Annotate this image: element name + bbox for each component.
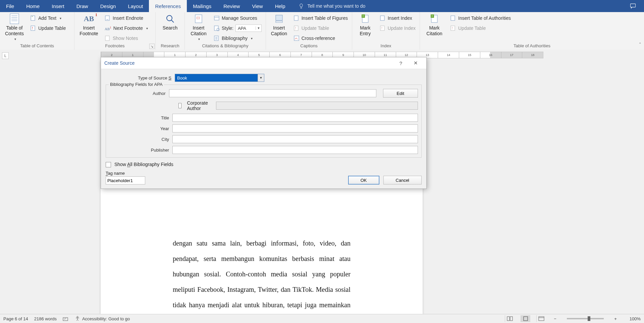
table-of-contents-button[interactable]: Table of Contents <box>3 13 26 41</box>
manage-sources-button[interactable]: Manage Sources <box>212 14 263 22</box>
style-select[interactable]: APA ▼ <box>235 24 262 32</box>
cross-reference-button[interactable]: Cross-reference <box>292 34 349 43</box>
zoom-level[interactable]: 100% <box>625 316 641 321</box>
author-input[interactable] <box>169 89 376 97</box>
print-layout-button[interactable] <box>521 315 530 322</box>
zoom-out-button[interactable]: − <box>552 316 558 321</box>
insert-endnote-button[interactable]: Insert Endnote <box>103 14 149 22</box>
group-footnotes: AB1 Insert Footnote Insert Endnote AB1 N… <box>74 12 156 50</box>
document-paragraph: dengan satu sama lain, berbagi informasi… <box>173 235 351 314</box>
insert-caption-label: Insert Caption <box>271 25 287 37</box>
svg-rect-1 <box>10 14 19 24</box>
year-input[interactable] <box>172 124 418 132</box>
svg-rect-10 <box>105 16 109 20</box>
tell-me-box[interactable]: Tell me what you want to do <box>298 3 366 9</box>
tab-mailings[interactable]: Mailings <box>187 0 217 12</box>
ruler-tick: 15 <box>459 52 480 58</box>
svg-text:!: ! <box>295 26 296 30</box>
zoom-thumb[interactable] <box>588 316 590 321</box>
insert-index-button[interactable]: Insert Index <box>378 14 417 22</box>
spellcheck-icon[interactable] <box>63 316 69 321</box>
mark-entry-label: Mark Entry <box>360 25 371 37</box>
city-input[interactable] <box>172 135 418 143</box>
bibliography-button[interactable]: Bibliography <box>212 34 263 43</box>
add-text-button[interactable]: + Add Text <box>29 14 67 22</box>
tab-view[interactable]: View <box>246 0 269 12</box>
tab-stop-selector[interactable]: L <box>2 52 9 59</box>
edit-author-button[interactable]: Edit <box>383 89 418 98</box>
read-mode-button[interactable] <box>505 315 515 322</box>
search-label: Search <box>163 25 177 31</box>
update-table-icon: ! <box>30 25 36 31</box>
insert-caption-button[interactable]: Insert Caption <box>269 13 289 37</box>
word-count[interactable]: 2186 words <box>34 316 57 321</box>
footnotes-launcher[interactable]: ↘ <box>149 44 155 49</box>
tag-name-label: Tag name <box>106 171 145 176</box>
close-icon[interactable]: ✕ <box>408 60 423 66</box>
cancel-button[interactable]: Cancel <box>383 176 422 184</box>
search-button[interactable]: Search <box>158 13 182 31</box>
title-input[interactable] <box>172 114 418 122</box>
tab-review[interactable]: Review <box>217 0 246 12</box>
svg-text:!: ! <box>452 26 453 30</box>
type-of-source-select[interactable]: Book ▼ <box>175 74 264 82</box>
show-notes-icon <box>105 35 111 41</box>
svg-rect-47 <box>524 317 528 321</box>
tab-insert[interactable]: Insert <box>46 0 70 12</box>
svg-text:+: + <box>431 14 433 18</box>
zoom-slider[interactable] <box>567 318 604 319</box>
update-toa-button[interactable]: ! Update Table <box>449 24 512 33</box>
chevron-down-icon: ▼ <box>256 26 261 30</box>
publisher-input[interactable] <box>172 146 418 154</box>
show-all-fields-checkbox[interactable] <box>106 162 111 167</box>
update-index-icon: ! <box>380 25 386 31</box>
ok-button[interactable]: OK <box>348 176 379 184</box>
insert-toa-button[interactable]: Insert Table of Authorities <box>449 14 512 22</box>
tab-file[interactable]: File <box>0 0 20 12</box>
group-research: Search Research <box>156 12 185 50</box>
ruler-tick: 16 <box>480 52 501 58</box>
tab-references[interactable]: References <box>149 0 187 12</box>
city-label: City <box>109 137 169 142</box>
next-footnote-button[interactable]: AB1 Next Footnote <box>103 24 149 33</box>
ruler-tick: 18 <box>522 52 543 58</box>
update-table-button[interactable]: ! Update Table <box>29 24 67 33</box>
group-index: + Mark Entry Insert Index ! Update Index… <box>352 12 420 50</box>
corporate-author-checkbox[interactable] <box>178 103 181 108</box>
web-layout-button[interactable] <box>536 315 546 322</box>
svg-text:+: + <box>362 14 364 18</box>
svg-text:+: + <box>32 15 33 18</box>
accessibility-status[interactable]: Accessibility: Good to go <box>75 316 130 321</box>
insert-index-icon <box>380 15 386 21</box>
show-notes-button[interactable]: Show Notes <box>103 34 149 43</box>
tof-icon <box>293 15 300 21</box>
tab-design[interactable]: Design <box>94 0 122 12</box>
help-icon[interactable]: ? <box>393 60 408 66</box>
comments-button[interactable] <box>629 3 644 9</box>
insert-citation-button[interactable]: (-) Insert Citation <box>187 13 210 41</box>
next-footnote-icon: AB1 <box>105 26 111 31</box>
tab-draw[interactable]: Draw <box>70 0 94 12</box>
mark-citation-label: Mark Citation <box>426 25 442 37</box>
tag-name-input[interactable] <box>106 176 145 184</box>
style-icon <box>214 25 220 31</box>
corporate-author-input <box>216 102 418 110</box>
type-of-source-label: Type of Source S <box>106 75 171 80</box>
insert-tof-button[interactable]: Insert Table of Figures <box>292 14 349 22</box>
toc-icon <box>9 13 20 24</box>
svg-rect-34 <box>380 16 384 20</box>
tab-help[interactable]: Help <box>269 0 291 12</box>
update-index-button[interactable]: ! Update Index <box>378 24 417 33</box>
tab-layout[interactable]: Layout <box>122 0 149 12</box>
page-status[interactable]: Page 6 of 14 <box>3 316 28 321</box>
insert-footnote-button[interactable]: AB1 Insert Footnote <box>77 13 101 37</box>
captions-update-label: Update Table <box>302 25 329 31</box>
add-text-label: Add Text <box>38 15 56 21</box>
tab-home[interactable]: Home <box>20 0 46 12</box>
zoom-in-button[interactable]: + <box>612 316 619 321</box>
mark-citation-button[interactable]: + Mark Citation <box>423 13 446 37</box>
collapse-ribbon-icon[interactable]: ˄ <box>639 42 641 47</box>
mark-entry-button[interactable]: + Mark Entry <box>355 13 376 37</box>
corporate-author-label: Corporate Author <box>187 100 208 111</box>
captions-update-button[interactable]: ! Update Table <box>292 24 349 33</box>
